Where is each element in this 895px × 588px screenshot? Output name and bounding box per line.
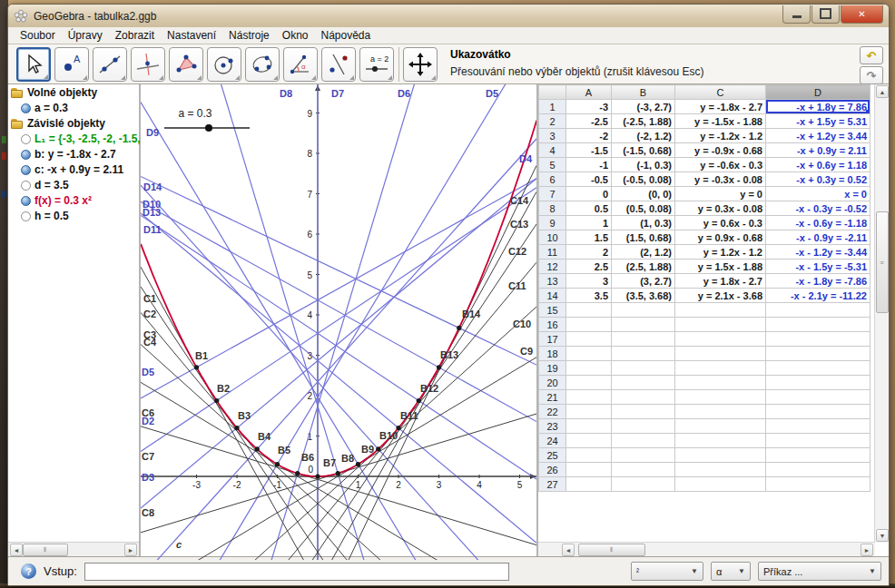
row-header-5[interactable]: 5 <box>539 158 566 172</box>
point[interactable] <box>437 365 441 369</box>
cell-C23[interactable] <box>675 419 766 434</box>
menu-item-upravy[interactable]: Úpravy <box>62 28 109 43</box>
cell-B7[interactable]: (0, 0) <box>612 187 675 201</box>
graphics-view[interactable]: -3-2-1123451234567890B1B2B3B4B5B6B7B8B9B… <box>141 84 538 556</box>
cell-B18[interactable] <box>612 347 675 361</box>
cell-B16[interactable] <box>612 318 675 332</box>
cell-C19[interactable] <box>675 361 766 376</box>
redo-button[interactable]: ↷ <box>860 66 883 84</box>
point[interactable] <box>457 326 461 330</box>
row-header-27[interactable]: 27 <box>539 477 566 492</box>
cell-A7[interactable]: 0 <box>566 187 612 201</box>
cell-A21[interactable] <box>566 390 612 405</box>
column-header-A[interactable]: A <box>566 85 612 100</box>
cell-D4[interactable]: -x + 0.9y = 2.11 <box>766 143 870 158</box>
cell-A4[interactable]: -1.5 <box>566 143 612 158</box>
menu-item-soubor[interactable]: Soubor <box>14 28 62 43</box>
row-header-18[interactable]: 18 <box>539 347 566 361</box>
cell-D1[interactable]: -x + 1.8y = 7.86 <box>766 100 870 114</box>
free-objects-header[interactable]: Volné objekty <box>8 84 139 100</box>
normal-line[interactable] <box>141 213 536 543</box>
free-object-0[interactable]: a = 0.3 <box>8 100 139 115</box>
cell-C6[interactable]: y = -0.3x - 0.08 <box>675 172 766 187</box>
point[interactable] <box>214 398 219 403</box>
tool-perpendicular-line-button[interactable] <box>131 47 165 82</box>
cell-A15[interactable] <box>566 303 612 318</box>
row-header-6[interactable]: 6 <box>539 172 566 187</box>
normal-line[interactable] <box>141 102 536 560</box>
spreadsheet-hscrollbar[interactable]: ◄ ► ⦀ <box>538 542 875 556</box>
cell-B9[interactable]: (1, 0.3) <box>612 216 675 230</box>
cell-C27[interactable] <box>675 477 766 492</box>
visibility-marble-icon[interactable] <box>21 150 31 160</box>
cell-B2[interactable]: (-2.5, 1.88) <box>612 114 675 129</box>
cell-B21[interactable] <box>612 390 675 405</box>
cell-D15[interactable] <box>766 303 870 318</box>
cell-A26[interactable] <box>566 463 612 477</box>
tool-move-button[interactable] <box>16 47 51 82</box>
cell-D21[interactable] <box>766 390 870 405</box>
tool-dropdown-icon[interactable] <box>349 75 354 80</box>
point[interactable] <box>255 446 260 451</box>
cell-D23[interactable] <box>766 419 870 434</box>
cell-D8[interactable]: -x - 0.3y = -0.52 <box>766 201 870 216</box>
cell-B5[interactable]: (-1, 0.3) <box>612 158 675 172</box>
hscroll-thumb[interactable]: ⦀ <box>578 544 645 556</box>
tool-dropdown-icon[interactable] <box>159 75 163 80</box>
cell-B13[interactable]: (3, 2.7) <box>612 274 675 289</box>
cell-A11[interactable]: 2 <box>566 245 612 260</box>
tool-polygon-button[interactable] <box>169 47 203 82</box>
cell-B8[interactable]: (0.5, 0.08) <box>612 201 675 216</box>
cell-D26[interactable] <box>766 463 870 477</box>
cell-C26[interactable] <box>675 463 766 477</box>
tool-angle-button[interactable]: α <box>283 47 318 82</box>
cell-C1[interactable]: y = -1.8x - 2.7 <box>675 100 766 114</box>
cell-C5[interactable]: y = -0.6x - 0.3 <box>675 158 766 172</box>
tool-dropdown-icon[interactable] <box>431 75 436 80</box>
cell-B15[interactable] <box>612 303 675 318</box>
cell-B24[interactable] <box>612 434 675 448</box>
point[interactable] <box>376 446 380 451</box>
row-header-25[interactable]: 25 <box>539 448 566 463</box>
cell-D6[interactable]: -x + 0.3y = 0.52 <box>766 172 870 187</box>
row-header-12[interactable]: 12 <box>539 260 566 274</box>
cell-C25[interactable] <box>675 448 766 463</box>
cell-D13[interactable]: -x - 1.8y = -7.86 <box>766 274 870 289</box>
dependent-object-1[interactable]: b: y = -1.8x - 2.7 <box>8 146 139 162</box>
cell-A1[interactable]: -3 <box>566 100 612 114</box>
cell-A23[interactable] <box>566 419 612 434</box>
tool-circle-center-point-button[interactable] <box>207 47 241 82</box>
column-header-B[interactable]: B <box>612 85 675 100</box>
tool-dropdown-icon[interactable] <box>197 75 202 80</box>
row-header-26[interactable]: 26 <box>539 463 566 477</box>
cell-A18[interactable] <box>566 347 612 361</box>
menu-item-okno[interactable]: Okno <box>276 28 315 43</box>
dependent-object-0[interactable]: L₁ = {-3, -2.5, -2, -1.5, <box>8 131 139 146</box>
hscroll-thumb[interactable]: ⦀ <box>23 544 68 556</box>
tool-dropdown-icon[interactable] <box>121 75 125 80</box>
cell-A13[interactable]: 3 <box>566 274 612 289</box>
scroll-right-icon[interactable]: ► <box>124 544 137 556</box>
cell-A27[interactable] <box>566 477 612 492</box>
cell-C7[interactable]: y = 0 <box>675 187 766 201</box>
help-icon[interactable]: ? <box>21 564 36 579</box>
cell-A16[interactable] <box>566 318 612 332</box>
point[interactable] <box>336 471 340 475</box>
point[interactable] <box>234 426 239 430</box>
maximize-button[interactable] <box>811 5 840 24</box>
row-header-2[interactable]: 2 <box>539 114 566 129</box>
cell-A17[interactable] <box>566 332 612 347</box>
tool-move-view-button[interactable] <box>403 47 438 82</box>
corner-header[interactable] <box>539 85 566 100</box>
cell-C15[interactable] <box>675 303 766 318</box>
row-header-22[interactable]: 22 <box>539 405 566 419</box>
row-header-23[interactable]: 23 <box>539 419 566 434</box>
tool-dropdown-icon[interactable] <box>388 75 392 80</box>
scroll-down-icon[interactable]: ▼ <box>876 529 889 542</box>
graphics-canvas[interactable]: -3-2-1123451234567890B1B2B3B4B5B6B7B8B9B… <box>141 84 536 560</box>
cell-C3[interactable]: y = -1.2x - 1.2 <box>675 129 766 143</box>
dependent-object-4[interactable]: f(x) = 0.3 x² <box>8 192 139 208</box>
cell-A24[interactable] <box>566 434 612 448</box>
cell-D9[interactable]: -x - 0.6y = -1.18 <box>766 216 870 230</box>
cell-C24[interactable] <box>675 434 766 448</box>
